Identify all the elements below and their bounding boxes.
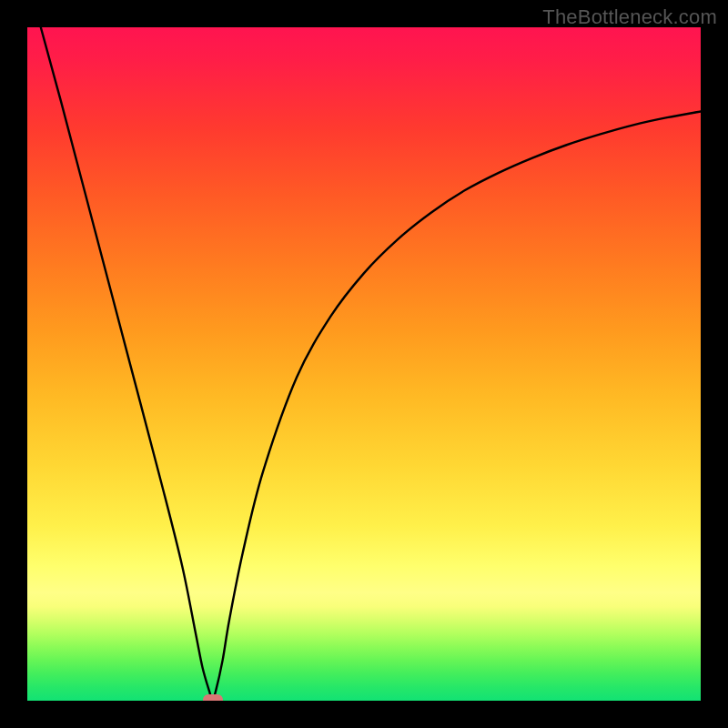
chart-frame: TheBottleneck.com <box>0 0 728 728</box>
watermark-text: TheBottleneck.com <box>542 5 717 29</box>
plot-area <box>27 27 701 701</box>
bottleneck-curve <box>27 27 701 701</box>
minimum-marker <box>203 694 223 701</box>
